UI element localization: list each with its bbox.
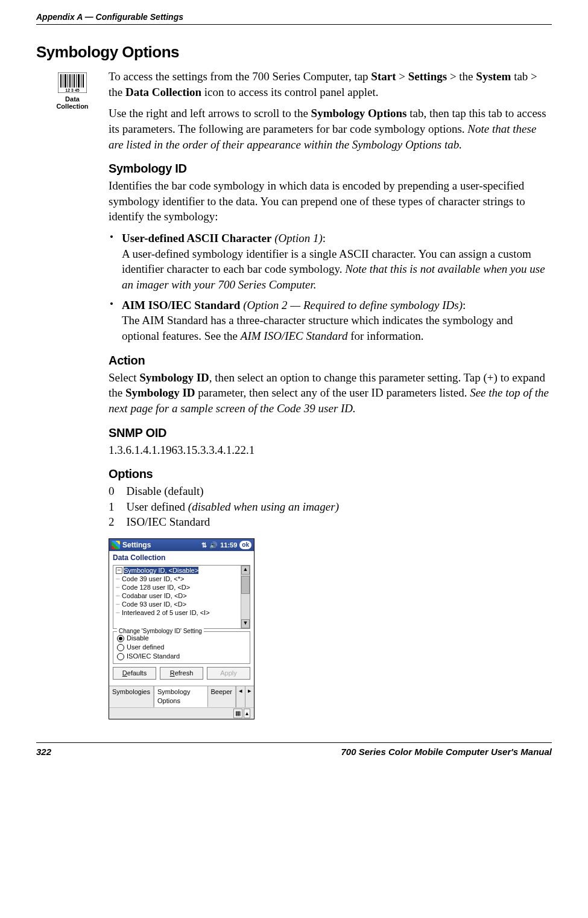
- header-appendix: Appendix A: [36, 12, 83, 22]
- change-setting-legend: Change 'Symbology ID' Setting: [117, 627, 204, 636]
- intro-p1-post: icon to access its control panel applet.: [201, 86, 378, 98]
- tab-scroll-left-icon[interactable]: ◂: [236, 686, 245, 707]
- tree-row-2-label: Code 128 user ID, <D>: [122, 584, 190, 591]
- speaker-icon[interactable]: 🔊: [209, 541, 218, 550]
- windows-flag-icon[interactable]: [112, 541, 120, 549]
- header-sep: —: [83, 12, 96, 22]
- kw-start: Start: [371, 70, 396, 83]
- tree-row-0-label: Symbology ID, <Disable>: [124, 567, 198, 574]
- svg-rect-1: [60, 74, 62, 88]
- svg-rect-9: [78, 74, 80, 88]
- action-body: Select Symbology ID, then select an opti…: [109, 370, 552, 416]
- svg-rect-2: [63, 74, 63, 88]
- intro-p1-pre: To access the settings from the 700 Seri…: [109, 70, 371, 83]
- tree-row-0[interactable]: −Symbology ID, <Disable>: [115, 566, 239, 575]
- svg-text:12 3 45: 12 3 45: [65, 88, 79, 92]
- manual-title: 700 Series Color Mobile Computer User's …: [341, 747, 552, 757]
- tab-symbologies[interactable]: Symbologies: [109, 686, 154, 707]
- icon-caption-1: Data: [36, 95, 109, 103]
- tab-symbology-options[interactable]: Symbology Options: [154, 686, 208, 707]
- opt-2-num: 2: [109, 514, 127, 530]
- scroll-thumb[interactable]: [241, 576, 250, 594]
- b2-colon: :: [463, 299, 466, 311]
- refresh-button-label: Refresh: [170, 669, 194, 677]
- snmp-oid-value: 1.3.6.1.4.1.1963.15.3.3.4.1.22.1: [109, 442, 552, 458]
- tree-row-5-label: Interleaved 2 of 5 user ID, <I>: [122, 609, 210, 616]
- kw-datacollection: Data Collection: [125, 86, 201, 98]
- ppc-tree[interactable]: −Symbology ID, <Disable> ┈ Code 39 user …: [113, 565, 250, 629]
- tree-row-3[interactable]: ┈ Codabar user ID, <D>: [115, 591, 239, 600]
- options-table: 0 Disable (default) 1 User defined (disa…: [109, 483, 351, 530]
- opt-1-ital: (disabled when using an imager): [188, 500, 339, 513]
- ok-button[interactable]: ok: [239, 541, 251, 549]
- symbology-id-body: Identifies the bar code symbology in whi…: [109, 178, 552, 225]
- page-footer: 322 700 Series Color Mobile Computer Use…: [36, 742, 552, 757]
- tree-row-4-label: Code 93 user ID, <D>: [122, 601, 186, 608]
- collapse-icon[interactable]: −: [116, 567, 122, 574]
- sep2: > the: [447, 70, 476, 83]
- tree-row-5[interactable]: ┈ Interleaved 2 of 5 user ID, <I>: [115, 608, 239, 617]
- radio-icon-off[interactable]: [117, 653, 124, 660]
- connectivity-icon[interactable]: ⇅: [201, 541, 207, 550]
- radio-icon-off[interactable]: [117, 644, 124, 651]
- kw-symbology-options: Symbology Options: [311, 107, 407, 120]
- ppc-app-title: Data Collection: [109, 551, 254, 564]
- tab-beeper[interactable]: Beeper: [208, 686, 236, 707]
- data-collection-icon-block: 12 3 45 Data Collection: [36, 69, 109, 110]
- tree-row-1[interactable]: ┈ Code 39 user ID, <*>: [115, 575, 239, 583]
- opt-2-text: ISO/IEC Standard: [127, 515, 210, 528]
- radio-iso-iec[interactable]: ISO/IEC Standard: [117, 652, 246, 661]
- ppc-titlebar: Settings ⇅ 🔊 11:59 ok: [109, 539, 254, 551]
- opt-1-num: 1: [109, 499, 127, 515]
- sip-menu-icon[interactable]: ▴: [244, 709, 250, 718]
- tree-row-2[interactable]: ┈ Code 128 user ID, <D>: [115, 583, 239, 591]
- kw-system: System: [476, 70, 511, 83]
- scroll-down-icon[interactable]: ▼: [241, 619, 250, 628]
- tree-scrollbar[interactable]: ▲ ▼: [241, 566, 250, 628]
- intro-p2-pre: Use the right and left arrows to scroll …: [109, 107, 311, 120]
- radio-iso-iec-label: ISO/IEC Standard: [127, 652, 180, 661]
- refresh-button[interactable]: Refresh: [160, 667, 203, 680]
- option-row-0: 0 Disable (default): [109, 483, 351, 499]
- ppc-status: ⇅ 🔊 11:59 ok: [201, 541, 251, 550]
- radio-icon-on[interactable]: [117, 635, 124, 642]
- radio-user-defined[interactable]: User defined: [117, 643, 246, 652]
- svg-rect-4: [68, 74, 68, 88]
- opt-0-num: 0: [109, 483, 127, 499]
- svg-rect-11: [83, 74, 84, 88]
- svg-rect-7: [74, 74, 75, 88]
- kw-settings: Settings: [408, 70, 447, 83]
- svg-rect-10: [81, 74, 81, 88]
- page-number: 322: [36, 747, 51, 757]
- tree-row-3-label: Codabar user ID, <D>: [122, 592, 187, 599]
- change-setting-group: Change 'Symbology ID' Setting Disable Us…: [113, 631, 250, 664]
- bullet-aim-standard: AIM ISO/IEC Standard (Option 2 — Require…: [109, 298, 552, 344]
- svg-rect-5: [69, 74, 71, 88]
- tree-row-4[interactable]: ┈ Code 93 user ID, <D>: [115, 600, 239, 608]
- icon-caption-2: Collection: [36, 103, 109, 110]
- b1-colon: :: [323, 232, 326, 244]
- ppc-tabbar[interactable]: Symbologies Symbology Options Beeper ◂ ▸: [109, 686, 254, 707]
- section-title: Symbology Options: [36, 43, 552, 62]
- tab-scroll-right-icon[interactable]: ▸: [245, 686, 254, 707]
- heading-snmp-oid: SNMP OID: [109, 425, 552, 441]
- defaults-button[interactable]: Defaults: [113, 667, 156, 680]
- b2-body-post: for information.: [347, 330, 423, 342]
- b2-bold: AIM ISO/IEC Standard: [122, 299, 240, 311]
- b2-body-ital: AIM ISO/IEC Standard: [241, 330, 348, 342]
- ppc-sip-bar: ▦▴: [109, 707, 254, 719]
- scroll-up-icon[interactable]: ▲: [241, 566, 250, 575]
- header-chapter: Configurable Settings: [96, 12, 183, 22]
- action-mid2: parameter, then select any of the user I…: [195, 386, 470, 399]
- svg-rect-3: [65, 74, 66, 88]
- option-row-1: 1 User defined (disabled when using an i…: [109, 499, 351, 515]
- apply-button: Apply: [207, 667, 250, 680]
- tree-row-1-label: Code 39 user ID, <*>: [122, 575, 184, 582]
- sep1: >: [396, 70, 408, 83]
- keyboard-icon[interactable]: ▦: [233, 709, 242, 718]
- bullet-user-defined: User-defined ASCII Character (Option 1):…: [109, 231, 552, 293]
- barcode-icon: 12 3 45: [58, 72, 87, 93]
- action-bold2: Symbology ID: [125, 386, 195, 399]
- pocketpc-screenshot: Settings ⇅ 🔊 11:59 ok Data Collection −S…: [109, 538, 254, 719]
- apply-button-label: Apply: [220, 669, 237, 677]
